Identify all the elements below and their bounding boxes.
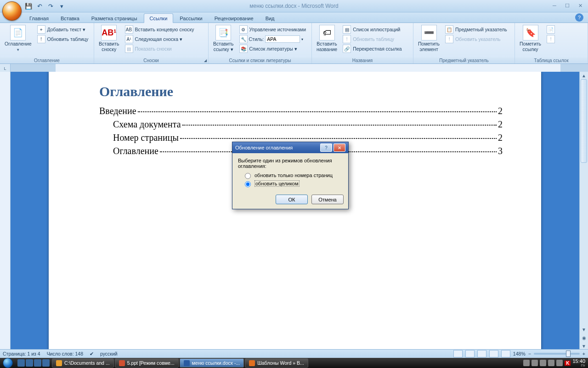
manage-sources-button[interactable]: ⚙Управление источниками [237,25,308,34]
mark-entry-button[interactable]: ➖ Пометить элемент [415,24,442,53]
tab-references[interactable]: Ссылки [144,13,174,23]
tab-view[interactable]: Вид [260,14,280,23]
citation-icon: 📑 [215,25,231,40]
bibliography-button[interactable]: 📚Список литературы ▾ [237,44,308,53]
tray-icon[interactable] [548,360,554,366]
toc-entry[interactable]: Схема документа2 [99,119,503,130]
figures-list-icon: ▤ [343,25,351,34]
group-label-captions: Названия [312,58,413,63]
view-outline-icon[interactable] [489,350,498,357]
footnotes-launcher-icon[interactable]: ◢ [204,58,207,63]
caption-icon: 🏷 [319,25,335,40]
document-viewport[interactable]: Оглавление Введение2 Схема документа2 Но… [11,72,579,350]
ql-icon[interactable] [26,359,33,367]
radio-update-all[interactable]: обновить целиком [243,180,343,187]
zoom-out-icon[interactable]: − [528,351,531,356]
update-figures-button: !Обновить таблицу [341,34,403,44]
show-footnotes-button: ▤Показать сноски [123,44,196,53]
view-print-layout-icon[interactable] [453,350,463,357]
view-draft-icon[interactable] [501,350,510,357]
scroll-up-icon[interactable]: ▲ [580,72,588,79]
quick-access-toolbar: 💾 ↶ ↷ ▾ [24,1,66,11]
help-icon[interactable]: ? [575,13,583,22]
close-button[interactable]: ✕ [575,2,585,9]
zoom-level[interactable]: 148% [513,351,526,356]
tab-review[interactable]: Рецензирование [209,14,259,23]
folder-icon [56,360,62,366]
citation-style-input[interactable] [265,35,300,43]
status-word-count[interactable]: Число слов: 148 [47,351,83,356]
next-page-icon[interactable]: ▼ [580,342,588,350]
maximize-button[interactable]: ☐ [562,2,572,9]
insert-toa-button[interactable]: 📄 [545,25,557,34]
dialog-title-text: Обновление оглавления [235,145,293,150]
zoom-in-icon[interactable]: + [582,351,585,356]
proofing-icon[interactable]: ✔ [90,351,94,356]
vertical-ruler[interactable] [0,72,11,350]
dialog-close-button[interactable]: ✕ [334,144,345,152]
taskbar-clock[interactable]: 15:40Пт [572,359,585,368]
style-icon: 🔧 [239,35,248,43]
taskbar-item[interactable]: Шаблоны Word » В... [245,358,308,368]
mark-citation-icon: 🔖 [523,25,538,40]
tab-insert[interactable]: Вставка [55,14,85,23]
status-page[interactable]: Страница: 1 из 4 [3,351,40,356]
tab-page-layout[interactable]: Разметка страницы [86,14,143,23]
view-full-screen-icon[interactable] [465,350,475,357]
dialog-help-button[interactable]: ? [320,144,332,152]
zoom-slider[interactable] [534,353,580,355]
ql-icon[interactable] [34,359,41,367]
minimize-button[interactable]: ─ [549,2,560,9]
kaspersky-icon[interactable]: K [565,361,571,366]
status-language[interactable]: русский [100,351,118,356]
prev-page-icon[interactable]: ◉ [580,334,588,341]
dialog-prompt: Выберите один из режимов обновления огла… [238,158,343,169]
dialog-titlebar[interactable]: Обновление оглавления ? ✕ [232,142,348,153]
radio-update-pages[interactable]: обновить только номера страниц [243,172,343,179]
cancel-button[interactable]: Отмена [311,195,344,204]
office-button[interactable] [2,1,22,21]
taskbar-item[interactable]: C:\Documents and ... [52,358,114,368]
ribbon: 📄 Оглавление ▼ +Добавить текст ▾ !Обнови… [0,23,588,64]
insert-endnote-button[interactable]: ABВставить концевую сноску [123,25,196,34]
vertical-scrollbar[interactable]: ▲ ▼ ◉ ▼ [579,72,588,350]
redo-icon[interactable]: ↷ [46,1,55,11]
taskbar-item[interactable]: меню ссылки.docx -... [180,358,244,368]
taskbar-item[interactable]: 5.ppt [Режим совме... [115,358,179,368]
ok-button[interactable]: ОК [276,195,308,204]
cross-reference-button[interactable]: 🔗Перекрестная ссылка [341,44,403,53]
tab-mailings[interactable]: Рассылки [174,14,208,23]
ql-icon[interactable] [17,359,25,367]
powerpoint-icon [119,360,125,366]
scroll-down-icon[interactable]: ▼ [580,326,588,333]
view-web-layout-icon[interactable] [477,350,486,357]
insert-footnote-button[interactable]: AB¹ Вставить сноску [96,24,122,53]
group-label-toc: Оглавление [0,58,94,63]
update-toc-button[interactable]: !Обновить таблицу [35,34,90,44]
toc-button[interactable]: 📄 Оглавление ▼ [2,24,34,53]
save-icon[interactable]: 💾 [24,1,33,11]
tab-home[interactable]: Главная [24,14,54,23]
insert-index-button[interactable]: 📋Предметный указатель [443,25,509,34]
ribbon-tabs: Главная Вставка Разметка страницы Ссылки… [0,12,588,23]
table-of-figures-button[interactable]: ▤Список иллюстраций [341,25,403,34]
scrollbar-thumb[interactable] [581,79,587,163]
window-titlebar: 💾 ↶ ↷ ▾ меню ссылки.docx - Microsoft Wor… [0,0,588,12]
citation-style-field[interactable]: 🔧Стиль:▾ [237,34,308,44]
tray-icon[interactable] [540,360,546,366]
tray-icon[interactable] [523,360,530,366]
undo-icon[interactable]: ↶ [35,1,44,11]
next-footnote-button[interactable]: A¹Следующая сноска ▾ [123,34,196,44]
add-text-button[interactable]: +Добавить текст ▾ [35,25,90,34]
crossref-icon: 🔗 [343,45,351,53]
status-bar: Страница: 1 из 4 Число слов: 148 ✔ русск… [0,349,588,358]
qat-more-icon[interactable]: ▾ [57,1,66,11]
toc-entry[interactable]: Введение2 [99,106,503,116]
ql-icon[interactable] [42,359,50,367]
tray-icon[interactable] [531,360,538,366]
mark-citation-button[interactable]: 🔖 Пометить ссылку [517,24,544,53]
start-button[interactable] [0,358,16,368]
insert-caption-button[interactable]: 🏷 Вставить название [314,24,340,53]
tray-icon[interactable] [556,360,563,366]
insert-citation-button[interactable]: 📑 Вставить ссылку ▾ [210,24,237,53]
